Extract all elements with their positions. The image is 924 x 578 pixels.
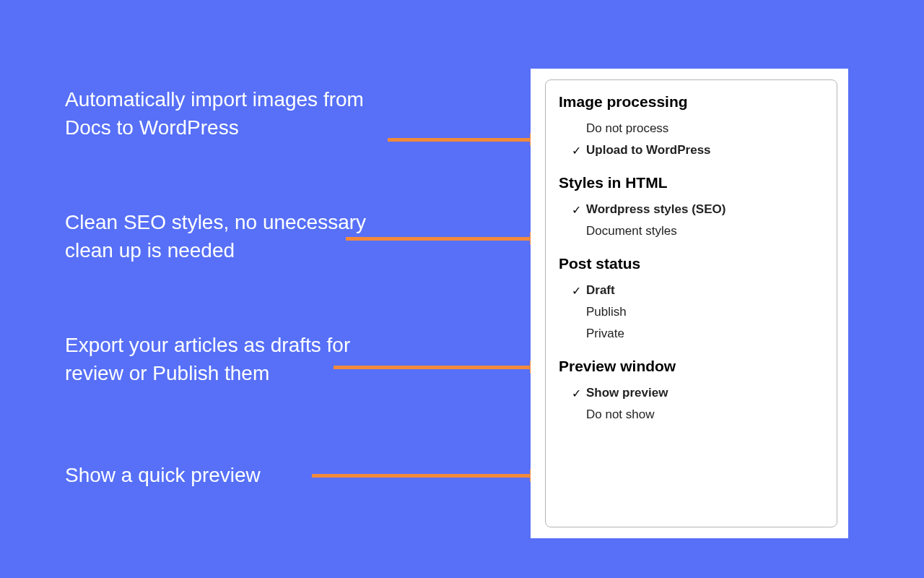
option-label: Do not process [586,121,824,136]
option-document-styles[interactable]: Document styles [559,220,824,242]
option-label: Wordpress styles (SEO) [586,202,824,217]
option-wordpress-styles-seo[interactable]: ✓ Wordpress styles (SEO) [559,199,824,220]
checkmark-icon: ✓ [572,203,583,217]
option-label: Publish [586,305,824,319]
description-seo-styles: Clean SEO styles, no unecessary clean up… [65,208,383,264]
option-label: Do not show [586,407,824,422]
option-draft[interactable]: ✓ Draft [559,280,824,301]
option-show-preview[interactable]: ✓ Show preview [559,382,824,404]
settings-panel: Image processing Do not process ✓ Upload… [545,79,837,527]
section-title-image-processing: Image processing [559,93,824,111]
option-publish[interactable]: Publish [559,301,824,323]
description-export-drafts: Export your articles as drafts for revie… [65,331,383,387]
option-upload-to-wordpress[interactable]: ✓ Upload to WordPress [559,139,824,161]
checkmark-icon: ✓ [572,144,583,158]
option-label: Private [586,327,824,341]
checkmark-icon: ✓ [572,387,583,400]
option-label: Upload to WordPress [586,143,824,158]
section-title-styles-in-html: Styles in HTML [559,174,824,191]
section-title-post-status: Post status [559,255,824,272]
option-label: Show preview [586,386,824,400]
option-label: Document styles [586,224,824,238]
checkmark-icon: ✓ [572,284,583,298]
option-private[interactable]: Private [559,323,824,345]
option-label: Draft [586,283,824,298]
description-import-images: Automatically import images from Docs to… [65,85,383,142]
option-do-not-process[interactable]: Do not process [559,118,824,139]
settings-panel-container: Image processing Do not process ✓ Upload… [531,69,848,538]
section-title-preview-window: Preview window [559,358,824,375]
option-do-not-show[interactable]: Do not show [559,404,824,426]
